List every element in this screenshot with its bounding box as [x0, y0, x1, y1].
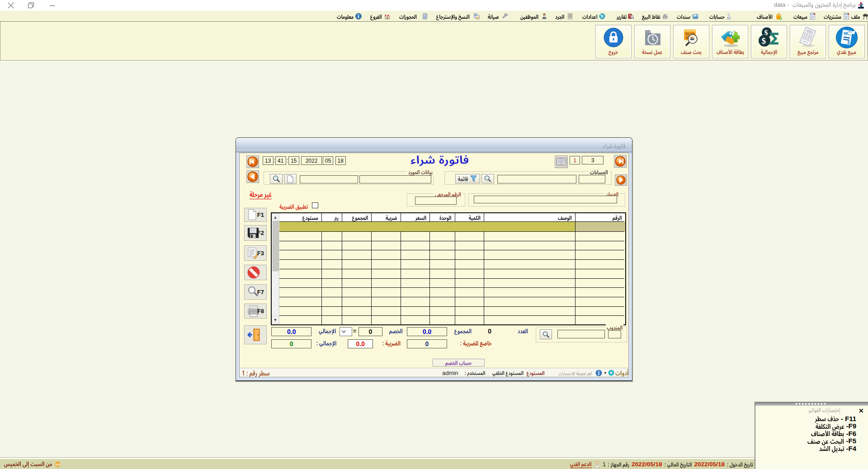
svg-text:$: $	[762, 36, 766, 46]
svg-text:NEW: NEW	[56, 464, 61, 466]
